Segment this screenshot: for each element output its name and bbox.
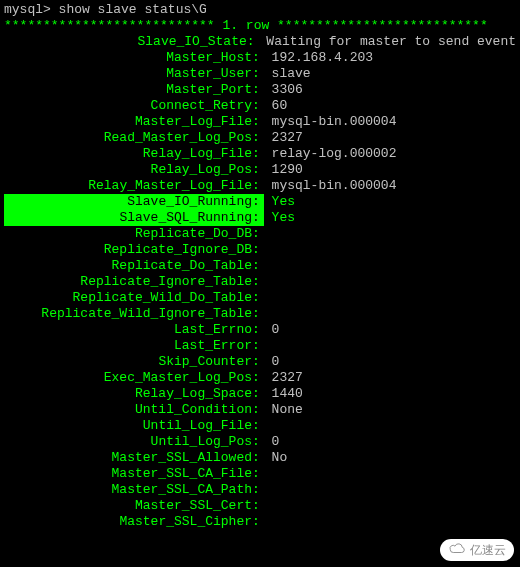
status-value [264,498,272,514]
status-value [264,226,272,242]
colon: : [252,194,264,210]
stars-right: *************************** [277,18,488,33]
status-key: Slave_SQL_Running [4,210,252,226]
status-row: Slave_IO_Running: Yes [4,194,516,210]
status-key: Master_SSL_Allowed [4,450,252,466]
status-value: 1290 [264,162,303,178]
colon: : [252,418,264,434]
status-value: Waiting for master to send event [259,34,516,50]
status-row: Until_Log_File: [4,418,516,434]
status-key: Replicate_Do_Table [4,258,252,274]
cloud-icon [448,542,466,558]
status-key: Skip_Counter [4,354,252,370]
colon: : [252,306,264,322]
status-value: Yes [264,210,295,226]
status-value [264,482,272,498]
colon: : [252,82,264,98]
status-value [264,306,272,322]
status-key: Slave_IO_State [4,34,247,50]
colon: : [252,290,264,306]
status-value: 0 [264,434,280,450]
status-key: Relay_Log_Space [4,386,252,402]
status-row: Replicate_Do_DB: [4,226,516,242]
status-key: Last_Errno [4,322,252,338]
status-value [264,242,272,258]
status-row: Read_Master_Log_Pos: 2327 [4,130,516,146]
status-key: Master_User [4,66,252,82]
status-row: Master_SSL_Cert: [4,498,516,514]
row-label: 1. row [215,18,277,33]
colon: : [252,178,264,194]
status-row: Relay_Log_File: relay-log.000002 [4,146,516,162]
status-key: Master_SSL_Cipher [4,514,252,530]
command-text: show slave status\G [59,2,207,17]
colon: : [252,210,264,226]
colon: : [252,386,264,402]
status-key: Master_SSL_Cert [4,498,252,514]
status-value [264,338,272,354]
status-key: Replicate_Do_DB [4,226,252,242]
status-value: 3306 [264,82,303,98]
colon: : [252,402,264,418]
status-row: Until_Condition: None [4,402,516,418]
status-row: Relay_Log_Space: 1440 [4,386,516,402]
status-value: 0 [264,354,280,370]
status-value: 1440 [264,386,303,402]
status-value: mysql-bin.000004 [264,178,397,194]
status-row: Master_SSL_Allowed: No [4,450,516,466]
colon: : [252,514,264,530]
status-row: Master_User: slave [4,66,516,82]
status-key: Replicate_Ignore_Table [4,274,252,290]
colon: : [252,50,264,66]
status-value: mysql-bin.000004 [264,114,397,130]
status-value: Yes [264,194,295,210]
status-key: Relay_Log_File [4,146,252,162]
status-row: Relay_Log_Pos: 1290 [4,162,516,178]
colon: : [252,482,264,498]
colon: : [252,450,264,466]
status-row: Master_SSL_CA_File: [4,466,516,482]
status-key: Master_SSL_CA_Path [4,482,252,498]
status-key: Exec_Master_Log_Pos [4,370,252,386]
status-row: Last_Error: [4,338,516,354]
colon: : [252,226,264,242]
status-row: Replicate_Wild_Do_Table: [4,290,516,306]
status-value [264,258,272,274]
colon: : [252,114,264,130]
status-row: Exec_Master_Log_Pos: 2327 [4,370,516,386]
status-row: Master_Host: 192.168.4.203 [4,50,516,66]
status-value [264,290,272,306]
status-row: Replicate_Ignore_DB: [4,242,516,258]
status-row: Master_SSL_Cipher: [4,514,516,530]
colon: : [252,98,264,114]
status-row: Connect_Retry: 60 [4,98,516,114]
status-key: Master_Host [4,50,252,66]
status-value: slave [264,66,311,82]
status-value: 0 [264,322,280,338]
status-key: Until_Log_File [4,418,252,434]
status-key: Until_Log_Pos [4,434,252,450]
terminal-output[interactable]: mysql> show slave status\G *************… [0,0,520,532]
colon: : [252,162,264,178]
watermark-badge: 亿速云 [440,539,514,561]
status-key: Replicate_Wild_Do_Table [4,290,252,306]
colon: : [247,34,259,50]
status-row: Until_Log_Pos: 0 [4,434,516,450]
colon: : [252,66,264,82]
status-key: Slave_IO_Running [4,194,252,210]
status-key: Read_Master_Log_Pos [4,130,252,146]
watermark-text: 亿速云 [470,542,506,558]
status-key: Replicate_Ignore_DB [4,242,252,258]
colon: : [252,354,264,370]
status-value: No [264,450,287,466]
status-key: Master_Log_File [4,114,252,130]
status-key: Replicate_Wild_Ignore_Table [4,306,252,322]
status-value: 60 [264,98,287,114]
colon: : [252,242,264,258]
colon: : [252,274,264,290]
colon: : [252,130,264,146]
status-key: Relay_Log_Pos [4,162,252,178]
colon: : [252,258,264,274]
status-row: Last_Errno: 0 [4,322,516,338]
status-row: Master_SSL_CA_Path: [4,482,516,498]
